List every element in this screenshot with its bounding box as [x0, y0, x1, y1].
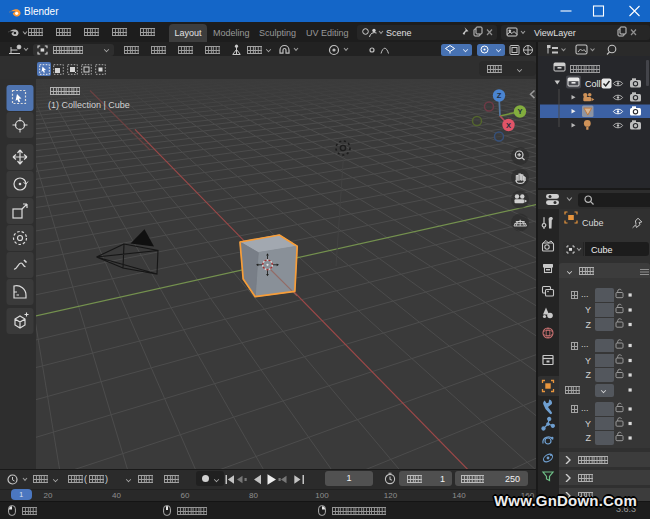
svg-text:X: X	[506, 121, 511, 130]
svg-text:Z: Z	[497, 91, 502, 100]
svg-text:Y: Y	[517, 107, 522, 116]
